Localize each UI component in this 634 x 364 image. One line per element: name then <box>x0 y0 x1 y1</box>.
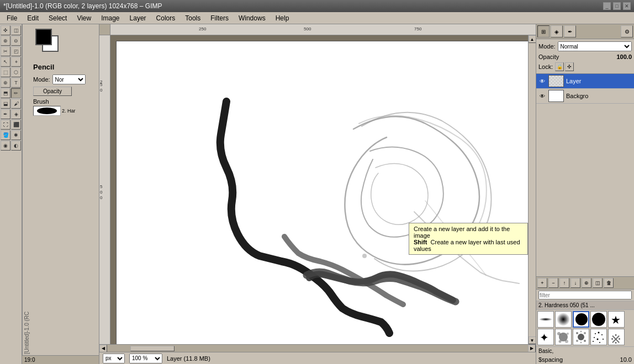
tool-paths[interactable]: ↖ <box>1 57 10 67</box>
tool-smudge[interactable]: ◉ <box>1 141 10 151</box>
layer-visibility-icon[interactable]: 👁 <box>538 77 546 85</box>
brush-item-sparkle[interactable]: ✦ <box>537 329 554 345</box>
menu-colors[interactable]: Colors <box>152 13 180 23</box>
tool-row-2: ⊕ ⊖ <box>1 36 21 46</box>
menu-tools[interactable]: Tools <box>181 13 205 23</box>
menu-windows[interactable]: Windows <box>234 13 270 23</box>
svg-point-23 <box>601 334 603 335</box>
right-panel: ⊞ ◈ ✒ ⚙ Mode: Normal Multiply Screen Ove… <box>536 24 634 364</box>
brush-item-star[interactable]: ★ <box>608 311 625 328</box>
close-button[interactable]: ✕ <box>623 2 631 10</box>
tool-zoom[interactable]: ⬚ <box>1 67 10 77</box>
fg-bg-color-indicator[interactable] <box>35 29 63 56</box>
tool-ink[interactable]: ◈ <box>11 109 21 119</box>
scroll-h-thumb[interactable] <box>130 346 175 351</box>
brush-item-noise2[interactable]: ※ <box>608 329 625 345</box>
scroll-up-arrow[interactable]: ▲ <box>529 35 536 43</box>
tab-channels[interactable]: ◈ <box>551 25 563 38</box>
tool-fill[interactable]: ⬒ <box>1 88 10 98</box>
tool-mode-label: Mode: <box>33 76 50 83</box>
brush-item-noise1[interactable] <box>590 329 607 345</box>
layer-background-name: Backgro <box>566 93 632 99</box>
brush-preview[interactable] <box>33 106 61 116</box>
layer-create-new-button[interactable]: + <box>537 278 547 288</box>
menu-file[interactable]: File <box>2 13 22 23</box>
tool-measure[interactable]: ⬡ <box>11 67 21 77</box>
tool-heal[interactable]: ⬛ <box>11 120 21 130</box>
brush-item-soft-h[interactable] <box>537 311 554 328</box>
tool-pencil[interactable]: ✏ <box>11 88 21 98</box>
scroll-left-arrow[interactable]: ◀ <box>99 345 107 352</box>
unit-select[interactable]: px in cm <box>103 354 125 363</box>
brush-item-soft[interactable] <box>555 311 572 328</box>
brush-item-hard-050[interactable] <box>573 311 589 328</box>
layer-info: Layer (11.8 MB) <box>167 355 210 362</box>
tool-clone[interactable]: ⛶ <box>1 120 10 130</box>
brush-item-solid[interactable] <box>590 311 607 328</box>
brush-panel: 2. Hardness 050 (51 ... <box>536 289 634 364</box>
layer-background-visibility-icon[interactable]: 👁 <box>538 92 546 100</box>
tool-paintbrush[interactable]: ⬓ <box>1 99 10 109</box>
tool-mode-select[interactable]: Nor Mul Scr <box>52 74 86 84</box>
zoom-select[interactable]: 100 % 50 % 200 % <box>129 354 162 363</box>
menu-help[interactable]: Help <box>271 13 294 23</box>
menu-layer[interactable]: Layer <box>125 13 151 23</box>
menu-image[interactable]: Image <box>97 13 124 23</box>
tab-settings-icon[interactable]: ⚙ <box>621 25 633 38</box>
canvas-viewport[interactable]: Create a new layer and add it to the ima… <box>110 35 528 344</box>
tool-options-panel: [Untitled]-1.0 (RC Pencil Mode: Nor <box>22 24 99 364</box>
mode-select[interactable]: Normal Multiply Screen Overlay <box>558 41 632 51</box>
tab-paths[interactable]: ✒ <box>564 25 576 38</box>
layer-row-layer[interactable]: 👁 Layer <box>536 74 634 89</box>
menu-filters[interactable]: Filters <box>206 13 233 23</box>
svg-point-25 <box>597 339 599 340</box>
tool-move[interactable]: ✜ <box>1 25 10 35</box>
scroll-right-arrow[interactable]: ▶ <box>528 345 536 352</box>
tool-magnify[interactable]: ⊕ <box>1 78 10 88</box>
horizontal-scrollbar[interactable]: ◀ ▶ <box>99 344 536 352</box>
maximize-button[interactable]: □ <box>613 2 621 10</box>
foreground-color-box[interactable] <box>35 29 52 45</box>
brush-item-splat1[interactable] <box>555 329 572 345</box>
minimize-button[interactable]: _ <box>603 2 611 10</box>
canvas-drawing[interactable] <box>116 41 528 344</box>
tool-eraser[interactable]: 🖌 <box>11 99 21 109</box>
tool-row-8: ⬓ 🖌 <box>1 99 21 109</box>
svg-text:★: ★ <box>611 314 621 326</box>
tool-opacity-button[interactable]: Opacity <box>33 87 72 96</box>
layer-delete-button[interactable]: − <box>548 278 558 288</box>
tool-scissors[interactable]: ✂ <box>1 46 10 56</box>
tool-dodge[interactable]: 🪣 <box>1 130 10 140</box>
tool-blur[interactable]: ✱ <box>11 130 21 140</box>
layer-row-background[interactable]: 👁 Backgro <box>536 89 634 104</box>
layer-move-up-button[interactable]: ↑ <box>559 278 569 288</box>
menu-edit[interactable]: Edit <box>23 13 43 23</box>
layer-merge-button[interactable]: 🗑 <box>604 278 614 288</box>
tool-row-5: ⬚ ⬡ <box>1 67 21 77</box>
brush-selected-name: 2. Hardness 050 (51 ... <box>536 301 634 310</box>
tool-fuzzy-select[interactable]: ◰ <box>11 46 21 56</box>
tool-color-picker[interactable]: ⌖ <box>11 57 21 67</box>
svg-point-3 <box>557 313 570 326</box>
scroll-down-arrow[interactable]: ▼ <box>529 336 536 344</box>
menu-view[interactable]: View <box>72 13 96 23</box>
menu-select[interactable]: Select <box>44 13 71 23</box>
lock-position-button[interactable]: ✣ <box>565 62 574 71</box>
tool-free-select[interactable]: ⊖ <box>11 36 21 46</box>
layer-move-down-button[interactable]: ↓ <box>570 278 580 288</box>
layer-duplicate-button[interactable]: ⊕ <box>582 278 591 288</box>
brush-item-splat2[interactable] <box>573 329 589 345</box>
tab-layers[interactable]: ⊞ <box>537 25 550 38</box>
tool-sharpen[interactable]: ◐ <box>11 141 21 151</box>
lock-pixels-button[interactable]: 🔒 <box>555 62 564 71</box>
tool-text[interactable]: T <box>11 78 21 88</box>
tool-ellipse-select[interactable]: ⊕ <box>1 36 10 46</box>
layer-anchor-button[interactable]: ◫ <box>593 278 603 288</box>
tool-rect-select[interactable]: ◫ <box>11 25 21 35</box>
svg-point-26 <box>603 339 604 340</box>
brush-filter-input[interactable] <box>538 291 632 299</box>
tool-airbrush[interactable]: ✒ <box>1 109 10 119</box>
v-ruler-mark-500c: 0 <box>100 195 102 200</box>
vertical-scrollbar[interactable]: ▲ ▼ <box>528 35 536 344</box>
layer-toolbar: + − ↑ ↓ ⊕ ◫ 🗑 <box>536 276 634 289</box>
